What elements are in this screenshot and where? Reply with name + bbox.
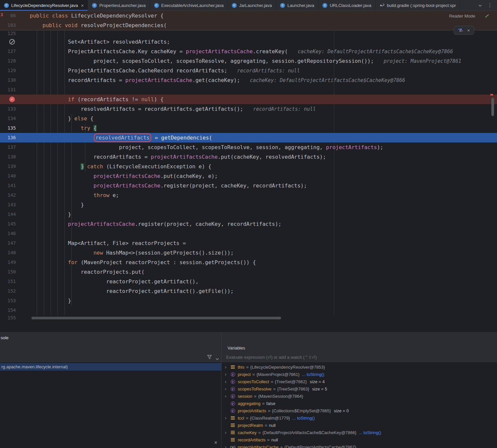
code-line-148[interactable]: 148 new HashMap<>(session.getProjects().… bbox=[0, 248, 497, 258]
variable-row-recordArtifacts[interactable]: recordArtifacts=null bbox=[222, 436, 497, 443]
expand-chevron-icon[interactable]: › bbox=[225, 430, 230, 435]
code-line-141[interactable]: 141 projectArtifactsCache.register(proje… bbox=[0, 181, 497, 190]
tostring-link[interactable]: ... toString() bbox=[292, 416, 315, 421]
sticky-line-103[interactable]: 103 public void resolveProjectDependenci… bbox=[0, 20, 497, 30]
line-number[interactable]: 135 bbox=[0, 123, 16, 133]
code-line-133[interactable]: 133 resolvedArtifacts = recordArtifacts.… bbox=[0, 104, 497, 114]
expand-chevron-icon[interactable]: › bbox=[225, 416, 230, 420]
code-line-136[interactable]: 136 resolvedArtifacts = getDependencies( bbox=[0, 133, 497, 143]
editor-tab[interactable]: CLifecycleDependencyResolver.java× bbox=[0, 0, 88, 11]
variable-row-scopesToResolve[interactable]: ›pscopesToResolve={TreeSet@7863}size = 5 bbox=[222, 385, 497, 392]
line-number[interactable]: 154 bbox=[0, 305, 16, 315]
tab-console[interactable]: sole bbox=[1, 335, 9, 340]
line-number[interactable]: 103 bbox=[0, 20, 16, 30]
code-line-140[interactable]: 140 projectArtifactsCache.put(cacheKey, … bbox=[0, 171, 497, 181]
editor-tab[interactable]: CPropertiesLauncher.java bbox=[88, 0, 150, 11]
vertical-scrollbar-thumb[interactable] bbox=[491, 98, 494, 116]
reader-mode-label[interactable]: Reader Mode bbox=[449, 14, 475, 19]
code-line-150[interactable]: 150 reactorProjects.put( bbox=[0, 267, 497, 277]
variable-row-this[interactable]: ›this={LifecycleDependencyResolver@7853} bbox=[222, 363, 497, 371]
hidden-tabs-chevron-icon[interactable] bbox=[478, 2, 482, 8]
code-line-137[interactable]: 137 project, scopesToCollect, scopesToRe… bbox=[0, 143, 497, 152]
line-number[interactable]: 134 bbox=[0, 114, 16, 123]
line-number[interactable]: 150 bbox=[0, 267, 16, 277]
variable-row-projectArtifacts[interactable]: pprojectArtifacts={Collections$EmptySet@… bbox=[222, 407, 497, 414]
swap-arrows-icon[interactable] bbox=[458, 27, 463, 33]
code-editor[interactable]: 125 Set<Artifact> resolvedArtifacts;127 … bbox=[0, 11, 497, 332]
expand-chevron-icon[interactable]: › bbox=[225, 379, 230, 384]
stack-frame-row[interactable]: rg.apache.maven.lifecycle.internal) bbox=[0, 363, 221, 371]
code-line-134[interactable]: 134 } else { bbox=[0, 114, 497, 123]
sticky-line-66[interactable]: 66public class LifecycleDependencyResolv… bbox=[0, 11, 497, 20]
evaluate-expression-bar[interactable]: Evaluate expression (⏎) or add a watch (… bbox=[222, 352, 497, 362]
line-number[interactable]: 128 bbox=[0, 56, 16, 66]
code-line-146[interactable]: 146 bbox=[0, 229, 497, 238]
line-number[interactable]: 133 bbox=[0, 104, 16, 114]
line-number[interactable]: 146 bbox=[0, 229, 16, 238]
line-number[interactable]: 136 bbox=[0, 133, 16, 143]
code-line-144[interactable]: 144 } bbox=[0, 210, 497, 219]
editor-tab[interactable]: CURLClassLoader.java bbox=[318, 0, 376, 11]
line-number[interactable]: 127 bbox=[0, 47, 16, 56]
line-number[interactable]: 148 bbox=[0, 248, 16, 258]
line-number[interactable]: 147 bbox=[0, 238, 16, 248]
code-line-147[interactable]: 147 Map<Artifact, File> reactorProjects … bbox=[0, 238, 497, 248]
editor-tab[interactable]: CExecutableArchiveLauncher.java bbox=[150, 0, 228, 11]
line-number[interactable]: 138 bbox=[0, 152, 16, 162]
inspections-ok-icon[interactable]: ✓✓ bbox=[485, 13, 490, 19]
line-number[interactable]: 137 bbox=[0, 143, 16, 152]
code-line-128[interactable]: 128 project, scopesToCollect, scopesToRe… bbox=[0, 56, 497, 66]
variable-row-aggregating[interactable]: paggregating=false bbox=[222, 400, 497, 407]
line-number[interactable]: 145 bbox=[0, 219, 16, 229]
chevron-down-icon[interactable] bbox=[215, 356, 219, 362]
editor-tab[interactable]: CLauncher.java bbox=[276, 0, 318, 11]
variable-row-project[interactable]: ›pproject={MavenProject@7861}... toStrin… bbox=[222, 371, 497, 378]
variable-row-projectRealm[interactable]: projectRealm=null bbox=[222, 422, 497, 429]
variable-row-cacheKey[interactable]: ›cacheKey={DefaultProjectArtifactsCache$… bbox=[222, 429, 497, 436]
muted-breakpoint-icon[interactable] bbox=[9, 39, 15, 45]
line-number[interactable]: 125 bbox=[0, 30, 16, 37]
expand-chevron-icon[interactable]: › bbox=[225, 394, 230, 398]
code-line-154[interactable]: 154 bbox=[0, 305, 497, 315]
editor-tab[interactable]: CJarLauncher.java bbox=[228, 0, 276, 11]
code-line-131[interactable]: 131 bbox=[0, 85, 497, 95]
code-line-125[interactable]: 125 bbox=[0, 30, 497, 37]
close-icon[interactable]: × bbox=[467, 28, 470, 33]
filter-funnel-icon[interactable] bbox=[207, 355, 212, 361]
tostring-link[interactable]: ... toString() bbox=[302, 372, 324, 377]
line-number[interactable]: 155 bbox=[0, 315, 16, 321]
line-number[interactable]: 141 bbox=[0, 181, 16, 190]
line-number[interactable]: 152 bbox=[0, 286, 16, 296]
editor-tab[interactable]: build.gradle (:spring-boot-project:spr bbox=[376, 0, 460, 11]
line-number[interactable]: 140 bbox=[0, 171, 16, 181]
breakpoint-icon[interactable] bbox=[9, 97, 15, 102]
line-number[interactable]: 139 bbox=[0, 162, 16, 171]
error-stripe-breakpoint-mark[interactable] bbox=[490, 94, 493, 96]
variable-row-projectArtifactsCache[interactable]: ›projectArtifactsCache={DefaultProjectAr… bbox=[222, 443, 497, 448]
code-line-126[interactable]: Set<Artifact> resolvedArtifacts; bbox=[0, 37, 497, 47]
variable-row-session[interactable]: ›psession={MavenSession@7864} bbox=[222, 392, 497, 400]
code-line-139[interactable]: 139 } catch (LifecycleExecutionException… bbox=[0, 162, 497, 171]
code-line-143[interactable]: 143 } bbox=[0, 200, 497, 210]
expand-chevron-icon[interactable]: › bbox=[225, 372, 230, 377]
line-number[interactable]: 131 bbox=[0, 85, 16, 95]
expand-chevron-icon[interactable]: › bbox=[225, 387, 230, 391]
horizontal-scrollbar[interactable] bbox=[30, 317, 494, 321]
tostring-link[interactable]: ... toString() bbox=[359, 430, 381, 435]
close-icon[interactable]: × bbox=[214, 440, 217, 446]
line-number[interactable]: 143 bbox=[0, 200, 16, 210]
code-line-149[interactable]: 149 for (MavenProject reactorProject : s… bbox=[0, 258, 497, 267]
line-number[interactable]: 151 bbox=[0, 277, 16, 286]
line-number[interactable]: 153 bbox=[0, 296, 16, 305]
line-number[interactable]: 130 bbox=[0, 75, 16, 85]
variable-row-tccl[interactable]: ›tccl={ClassRealm@1779}... toString() bbox=[222, 414, 497, 422]
code-line-130[interactable]: 130 recordArtifacts = projectArtifactsCa… bbox=[0, 75, 497, 85]
code-line-142[interactable]: 142 throw e; bbox=[0, 190, 497, 200]
expand-chevron-icon[interactable]: › bbox=[225, 365, 230, 369]
code-line-129[interactable]: 129 ProjectArtifactsCache.CacheRecord re… bbox=[0, 66, 497, 75]
expand-chevron-icon[interactable]: › bbox=[225, 445, 230, 448]
code-lines[interactable]: 125 Set<Artifact> resolvedArtifacts;127 … bbox=[0, 11, 497, 321]
horizontal-scrollbar-thumb[interactable] bbox=[31, 317, 281, 319]
code-line-153[interactable]: 153 } bbox=[0, 296, 497, 305]
kebab-menu-icon[interactable]: ⋮ bbox=[487, 2, 492, 8]
